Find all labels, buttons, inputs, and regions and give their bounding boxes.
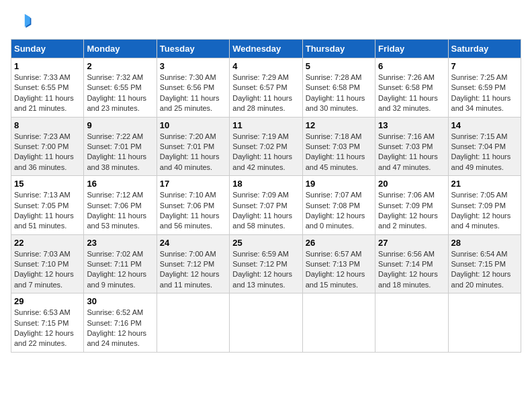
col-tuesday: Tuesday xyxy=(157,40,229,58)
calendar-cell: 19 Sunrise: 7:07 AMSunset: 7:08 PMDaylig… xyxy=(302,176,375,235)
day-detail: Sunrise: 7:02 AMSunset: 7:11 PMDaylight:… xyxy=(87,249,153,291)
day-detail: Sunrise: 7:19 AMSunset: 7:02 PMDaylight:… xyxy=(232,132,299,173)
day-number: 2 xyxy=(87,61,153,71)
day-detail: Sunrise: 7:06 AMSunset: 7:09 PMDaylight:… xyxy=(378,190,445,232)
day-detail: Sunrise: 6:57 AMSunset: 7:13 PMDaylight:… xyxy=(306,249,372,291)
page-header xyxy=(11,11,521,32)
day-detail: Sunrise: 7:23 AMSunset: 7:00 PMDaylight:… xyxy=(14,132,81,173)
day-number: 17 xyxy=(160,179,226,189)
day-number: 29 xyxy=(14,296,81,306)
calendar-cell: 1 Sunrise: 7:33 AMSunset: 6:55 PMDayligh… xyxy=(11,58,84,118)
day-number: 12 xyxy=(306,120,372,130)
day-detail: Sunrise: 7:12 AMSunset: 7:06 PMDaylight:… xyxy=(87,190,153,232)
day-number: 27 xyxy=(378,238,445,248)
day-number: 14 xyxy=(451,120,518,130)
day-number: 26 xyxy=(306,238,372,248)
day-number: 15 xyxy=(14,179,81,189)
calendar-cell: 21 Sunrise: 7:05 AMSunset: 7:09 PMDaylig… xyxy=(448,176,521,235)
calendar-cell xyxy=(157,293,229,353)
day-number: 4 xyxy=(232,61,299,71)
calendar-cell: 4 Sunrise: 7:29 AMSunset: 6:57 PMDayligh… xyxy=(230,58,302,118)
day-detail: Sunrise: 7:05 AMSunset: 7:09 PMDaylight:… xyxy=(451,190,518,232)
calendar-cell: 3 Sunrise: 7:30 AMSunset: 6:56 PMDayligh… xyxy=(157,58,229,118)
day-number: 6 xyxy=(378,61,445,71)
day-detail: Sunrise: 6:54 AMSunset: 7:15 PMDaylight:… xyxy=(451,249,518,291)
calendar-cell: 9 Sunrise: 7:22 AMSunset: 7:01 PMDayligh… xyxy=(84,117,157,176)
day-number: 9 xyxy=(87,120,153,130)
calendar-cell: 5 Sunrise: 7:28 AMSunset: 6:58 PMDayligh… xyxy=(302,58,375,118)
calendar-cell: 8 Sunrise: 7:23 AMSunset: 7:00 PMDayligh… xyxy=(11,117,84,176)
day-number: 7 xyxy=(451,61,518,71)
col-sunday: Sunday xyxy=(11,40,84,58)
calendar-cell: 15 Sunrise: 7:13 AMSunset: 7:05 PMDaylig… xyxy=(11,176,84,235)
calendar-cell: 7 Sunrise: 7:25 AMSunset: 6:59 PMDayligh… xyxy=(448,58,521,118)
day-detail: Sunrise: 7:30 AMSunset: 6:56 PMDaylight:… xyxy=(160,73,226,114)
day-number: 1 xyxy=(14,61,81,71)
calendar-cell: 14 Sunrise: 7:15 AMSunset: 7:04 PMDaylig… xyxy=(448,117,521,176)
calendar-row: 15 Sunrise: 7:13 AMSunset: 7:05 PMDaylig… xyxy=(11,176,521,235)
calendar-row: 29 Sunrise: 6:53 AMSunset: 7:15 PMDaylig… xyxy=(11,293,521,353)
day-number: 23 xyxy=(87,238,153,248)
calendar-cell: 25 Sunrise: 6:59 AMSunset: 7:12 PMDaylig… xyxy=(230,234,302,293)
calendar-row: 22 Sunrise: 7:03 AMSunset: 7:10 PMDaylig… xyxy=(11,234,521,293)
calendar-row: 8 Sunrise: 7:23 AMSunset: 7:00 PMDayligh… xyxy=(11,117,521,176)
calendar-row: 1 Sunrise: 7:33 AMSunset: 6:55 PMDayligh… xyxy=(11,58,521,118)
day-detail: Sunrise: 6:56 AMSunset: 7:14 PMDaylight:… xyxy=(378,249,445,291)
day-detail: Sunrise: 7:20 AMSunset: 7:01 PMDaylight:… xyxy=(160,132,226,173)
day-number: 3 xyxy=(160,61,226,71)
day-number: 5 xyxy=(306,61,372,71)
calendar-cell xyxy=(448,293,521,353)
calendar-cell: 12 Sunrise: 7:18 AMSunset: 7:03 PMDaylig… xyxy=(302,117,375,176)
day-number: 13 xyxy=(378,120,445,130)
calendar-cell: 10 Sunrise: 7:20 AMSunset: 7:01 PMDaylig… xyxy=(157,117,229,176)
calendar-cell: 30 Sunrise: 6:52 AMSunset: 7:16 PMDaylig… xyxy=(84,293,157,353)
calendar-cell: 27 Sunrise: 6:56 AMSunset: 7:14 PMDaylig… xyxy=(375,234,448,293)
calendar-cell: 18 Sunrise: 7:09 AMSunset: 7:07 PMDaylig… xyxy=(230,176,302,235)
day-detail: Sunrise: 7:07 AMSunset: 7:08 PMDaylight:… xyxy=(306,190,372,232)
day-detail: Sunrise: 7:16 AMSunset: 7:03 PMDaylight:… xyxy=(378,132,445,173)
calendar-table: Sunday Monday Tuesday Wednesday Thursday… xyxy=(11,39,521,353)
day-detail: Sunrise: 7:26 AMSunset: 6:58 PMDaylight:… xyxy=(378,73,445,114)
day-number: 19 xyxy=(306,179,372,189)
day-detail: Sunrise: 6:59 AMSunset: 7:12 PMDaylight:… xyxy=(232,249,299,291)
header-row: Sunday Monday Tuesday Wednesday Thursday… xyxy=(11,40,521,58)
calendar-cell: 13 Sunrise: 7:16 AMSunset: 7:03 PMDaylig… xyxy=(375,117,448,176)
day-number: 24 xyxy=(160,238,226,248)
day-number: 21 xyxy=(451,179,518,189)
logo xyxy=(11,11,35,32)
calendar-cell: 29 Sunrise: 6:53 AMSunset: 7:15 PMDaylig… xyxy=(11,293,84,353)
day-number: 8 xyxy=(14,120,81,130)
day-detail: Sunrise: 7:29 AMSunset: 6:57 PMDaylight:… xyxy=(232,73,299,114)
day-detail: Sunrise: 7:00 AMSunset: 7:12 PMDaylight:… xyxy=(160,249,226,291)
calendar-cell: 22 Sunrise: 7:03 AMSunset: 7:10 PMDaylig… xyxy=(11,234,84,293)
calendar-cell: 17 Sunrise: 7:10 AMSunset: 7:06 PMDaylig… xyxy=(157,176,229,235)
calendar-cell: 20 Sunrise: 7:06 AMSunset: 7:09 PMDaylig… xyxy=(375,176,448,235)
day-number: 30 xyxy=(87,296,153,306)
day-number: 28 xyxy=(451,238,518,248)
calendar-cell xyxy=(230,293,302,353)
day-detail: Sunrise: 7:15 AMSunset: 7:04 PMDaylight:… xyxy=(451,132,518,173)
day-detail: Sunrise: 7:33 AMSunset: 6:55 PMDaylight:… xyxy=(14,73,81,114)
day-number: 20 xyxy=(378,179,445,189)
day-detail: Sunrise: 7:32 AMSunset: 6:55 PMDaylight:… xyxy=(87,73,153,114)
day-detail: Sunrise: 6:52 AMSunset: 7:16 PMDaylight:… xyxy=(87,308,153,349)
day-detail: Sunrise: 7:25 AMSunset: 6:59 PMDaylight:… xyxy=(451,73,518,114)
day-number: 11 xyxy=(232,120,299,130)
logo-icon xyxy=(11,11,32,32)
day-number: 18 xyxy=(232,179,299,189)
col-friday: Friday xyxy=(375,40,448,58)
day-detail: Sunrise: 7:09 AMSunset: 7:07 PMDaylight:… xyxy=(232,190,299,232)
day-detail: Sunrise: 7:10 AMSunset: 7:06 PMDaylight:… xyxy=(160,190,226,232)
day-detail: Sunrise: 7:13 AMSunset: 7:05 PMDaylight:… xyxy=(14,190,81,232)
col-monday: Monday xyxy=(84,40,157,58)
day-number: 10 xyxy=(160,120,226,130)
day-number: 16 xyxy=(87,179,153,189)
calendar-cell: 2 Sunrise: 7:32 AMSunset: 6:55 PMDayligh… xyxy=(84,58,157,118)
calendar-cell: 24 Sunrise: 7:00 AMSunset: 7:12 PMDaylig… xyxy=(157,234,229,293)
calendar-cell: 11 Sunrise: 7:19 AMSunset: 7:02 PMDaylig… xyxy=(230,117,302,176)
col-thursday: Thursday xyxy=(302,40,375,58)
day-detail: Sunrise: 7:18 AMSunset: 7:03 PMDaylight:… xyxy=(306,132,372,173)
day-detail: Sunrise: 7:03 AMSunset: 7:10 PMDaylight:… xyxy=(14,249,81,291)
day-number: 22 xyxy=(14,238,81,248)
day-detail: Sunrise: 6:53 AMSunset: 7:15 PMDaylight:… xyxy=(14,308,81,349)
